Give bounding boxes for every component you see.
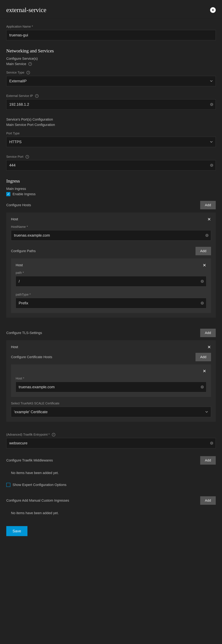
help-icon[interactable]: ? [26, 155, 29, 158]
cert-host-input[interactable] [16, 382, 206, 392]
cert-host-label: Host * [16, 377, 206, 380]
main-port-config-text: Main Service Port Configuration [6, 123, 216, 127]
no-custom-ingresses-text: No items have been added yet. [6, 508, 216, 518]
enable-ingress-checkbox[interactable] [6, 192, 10, 196]
main-ingress-text: Main Ingress [6, 187, 216, 191]
configure-services-text: Configure Service(s) [6, 56, 216, 61]
cert-host-card: Host * [11, 364, 211, 397]
header: external-service [0, 0, 222, 18]
main-service-text: Main Service [6, 62, 26, 66]
page-title: external-service [6, 6, 46, 14]
hostname-label: HostName * [11, 225, 211, 228]
port-type-select[interactable]: HTTPS [6, 137, 216, 147]
help-icon[interactable]: ? [35, 94, 38, 98]
configure-middlewares-label: Configure Traefik Middlewares [6, 458, 53, 462]
service-port-label: Service Port [6, 155, 23, 158]
close-icon[interactable] [207, 217, 211, 221]
ports-config-text: Service's Port(s) Configuration [6, 118, 216, 122]
clear-icon[interactable] [201, 386, 204, 388]
pathtype-label: pathType * [16, 293, 206, 296]
service-type-select[interactable]: ExternalIP [6, 76, 216, 86]
traefik-entrypoint-input[interactable] [6, 438, 216, 448]
help-icon[interactable]: ? [28, 62, 32, 66]
app-name-label: Application Name * [6, 25, 216, 28]
help-icon[interactable]: ? [26, 71, 30, 74]
configure-paths-label: Configure Paths [11, 249, 36, 253]
close-icon[interactable] [207, 345, 211, 349]
path-card: Host path * pathType * [11, 258, 211, 313]
clear-icon[interactable] [210, 164, 213, 167]
cert-select[interactable]: 'example' Certificate [11, 407, 211, 417]
add-custom-ingress-button[interactable]: Add [200, 496, 216, 505]
port-type-label: Port Type [6, 132, 216, 135]
expert-config-checkbox[interactable] [6, 483, 10, 487]
clear-icon[interactable] [201, 280, 204, 283]
service-type-label: Service Type [6, 71, 24, 74]
networking-title: Networking and Services [6, 48, 216, 54]
custom-ingresses-label: Configure Add Manual Custom Ingresses [6, 498, 69, 502]
enable-ingress-label: Enable Ingress [12, 192, 36, 196]
expert-config-label: Show Expert Configuration Options [12, 483, 66, 487]
pathtype-input[interactable] [16, 298, 206, 308]
configure-hosts-label: Configure Hosts [6, 203, 31, 207]
hostname-input[interactable] [11, 230, 211, 240]
clear-icon[interactable] [206, 234, 208, 237]
add-cert-host-button[interactable]: Add [196, 353, 211, 361]
host-card: Host HostName * Configure Paths Add Host… [6, 212, 216, 318]
tls-card-title: Host [11, 345, 18, 349]
close-icon[interactable] [202, 369, 206, 373]
clear-icon[interactable] [210, 442, 213, 445]
path-card-title: Host [16, 263, 23, 267]
external-ip-label: External Service IP [6, 94, 33, 98]
close-button[interactable] [210, 7, 216, 13]
tls-card: Host Configure Certificate Hosts Add Hos… [6, 340, 216, 422]
external-ip-input[interactable] [6, 99, 216, 110]
add-tls-button[interactable]: Add [200, 329, 216, 337]
help-icon[interactable]: ? [52, 433, 55, 436]
path-label: path * [16, 271, 206, 274]
ingress-title: Ingress [6, 178, 216, 184]
add-host-button[interactable]: Add [200, 201, 216, 209]
clear-icon[interactable] [201, 302, 204, 305]
select-cert-label: Select TrueNAS SCALE Certificate [11, 402, 211, 405]
close-icon[interactable] [202, 263, 206, 267]
configure-cert-hosts-label: Configure Certificate Hosts [11, 355, 52, 359]
host-card-title: Host [11, 217, 18, 221]
add-path-button[interactable]: Add [196, 247, 211, 255]
app-name-input[interactable] [6, 30, 216, 40]
add-middleware-button[interactable]: Add [200, 456, 216, 464]
clear-icon[interactable] [210, 103, 213, 106]
close-icon [211, 8, 214, 12]
service-port-input[interactable] [6, 160, 216, 170]
configure-tls-label: Configure TLS-Settings [6, 331, 42, 335]
no-middlewares-text: No items have been added yet. [6, 468, 216, 478]
save-button[interactable]: Save [6, 526, 28, 536]
path-input[interactable] [16, 276, 206, 286]
traefik-entrypoint-label: (Advanced) Traefik Entrypoint * [6, 433, 50, 436]
